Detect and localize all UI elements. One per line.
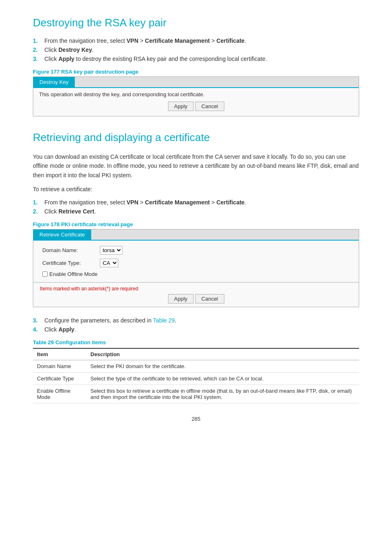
figure177-buttons: Apply Cancel [39,102,353,111]
required-note: Items marked with an asterisk(*) are req… [37,284,355,294]
table-row: Certificate Type Select the type of the … [33,372,359,385]
table29-link[interactable]: Table 29 [153,317,175,324]
section2-steps-cont: 3. Configure the parameters, as describe… [33,317,359,333]
step1-item: 1. From the navigation tree, select VPN … [33,37,359,44]
figure178-tab-bar: Retrieve Certificate [33,229,359,241]
figure178-caption: Figure 178 PKI certificate retrieval pag… [33,221,359,227]
figure177-desc: This operation will destroy the key, and… [39,91,353,97]
domain-name-select[interactable]: torsa [100,246,122,255]
figure178-buttons: Apply Cancel [37,294,355,304]
figure178-cancel-button[interactable]: Cancel [195,294,224,304]
section1-title: Destroying the RSA key pair [33,16,359,29]
table-row: Enable Offline Mode Select this box to r… [33,385,359,403]
offline-mode-checkbox[interactable] [42,271,48,277]
table-row-item: Enable Offline Mode [33,385,86,403]
section2-body2: To retrieve a certificate: [33,185,359,194]
figure177-apply-button[interactable]: Apply [168,102,194,111]
section2-step4-num: 4. [33,326,44,333]
section2-steps: 1. From the navigation tree, select VPN … [33,199,359,215]
table-row-desc: Select the type of the certificate to be… [86,372,359,385]
table-row: Domain Name Select the PKI domain for th… [33,360,359,372]
figure178-apply-button[interactable]: Apply [168,294,194,304]
cert-type-row: Certificate Type: CA [39,257,353,269]
section2-step2-item: 2. Click Retrieve Cert. [33,208,359,215]
section2-step4-item: 4. Click Apply. [33,326,359,333]
step2-text: Click Destroy Key. [44,46,94,53]
cert-type-label: Certificate Type: [39,257,97,269]
table-row-item: Domain Name [33,360,86,372]
step3-num: 3. [33,56,44,62]
destroy-key-tab[interactable]: Destroy Key [33,77,75,87]
cert-type-value: CA [97,257,353,269]
figure177-body: This operation will destroy the key, and… [33,88,359,116]
figure177-caption: Figure 177 RSA key pair destruction page [33,69,359,75]
cert-type-select[interactable]: CA [100,259,118,267]
domain-name-row: Domain Name: torsa [39,244,353,257]
domain-name-value: torsa [97,244,353,257]
section1-steps: 1. From the navigation tree, select VPN … [33,37,359,62]
step2-item: 2. Click Destroy Key. [33,46,359,53]
table29-header-desc: Description [86,348,359,360]
offline-mode-label: Enable Offline Mode [49,271,98,277]
table-row-desc: Select this box to retrieve a certificat… [86,385,359,403]
offline-mode-row: Enable Offline Mode [39,269,353,277]
page-number: 285 [33,416,359,422]
table-row-desc: Select the PKI domain for the certificat… [86,360,359,372]
table29-caption: Table 29 Configuration items [33,339,359,345]
retrieve-cert-form: Domain Name: torsa Certificate Type: CA [39,244,353,269]
figure178-body: Domain Name: torsa Certificate Type: CA … [33,241,359,282]
step1-num: 1. [33,37,44,44]
retrieve-cert-tab[interactable]: Retrieve Certificate [33,229,91,240]
step3-item: 3. Click Apply to destroy the existing R… [33,56,359,62]
step1-text: From the navigation tree, select VPN > C… [44,37,246,44]
section2-step3-num: 3. [33,317,44,324]
figure177-tab-bar: Destroy Key [33,77,359,88]
domain-name-label: Domain Name: [39,244,97,257]
section2-step2-text: Click Retrieve Cert. [44,208,96,215]
section2-step4-text: Click Apply. [44,326,76,333]
figure178-footer: Items marked with an asterisk(*) are req… [33,282,359,307]
section2-step3-item: 3. Configure the parameters, as describe… [33,317,359,324]
section2-step3-text: Configure the parameters, as described i… [44,317,176,324]
section2-body1: You can download an existing CA certific… [33,152,359,180]
section2-step1-num: 1. [33,199,44,206]
step2-num: 2. [33,46,44,53]
table29-header-item: Item [33,348,86,360]
step3-text: Click Apply to destroy the existing RSA … [44,56,267,62]
section2-step1-text: From the navigation tree, select VPN > C… [44,199,246,206]
section2-step1-item: 1. From the navigation tree, select VPN … [33,199,359,206]
figure177-box: Destroy Key This operation will destroy … [33,76,359,116]
section2-step2-num: 2. [33,208,44,215]
section2-title: Retrieving and displaying a certificate [33,131,359,144]
figure178-box: Retrieve Certificate Domain Name: torsa … [33,229,359,307]
table29-header-row: Item Description [33,348,359,360]
table-row-item: Certificate Type [33,372,86,385]
table29: Item Description Domain Name Select the … [33,348,359,403]
figure177-cancel-button[interactable]: Cancel [195,102,224,111]
step2-bold: Destroy Key [58,46,92,53]
